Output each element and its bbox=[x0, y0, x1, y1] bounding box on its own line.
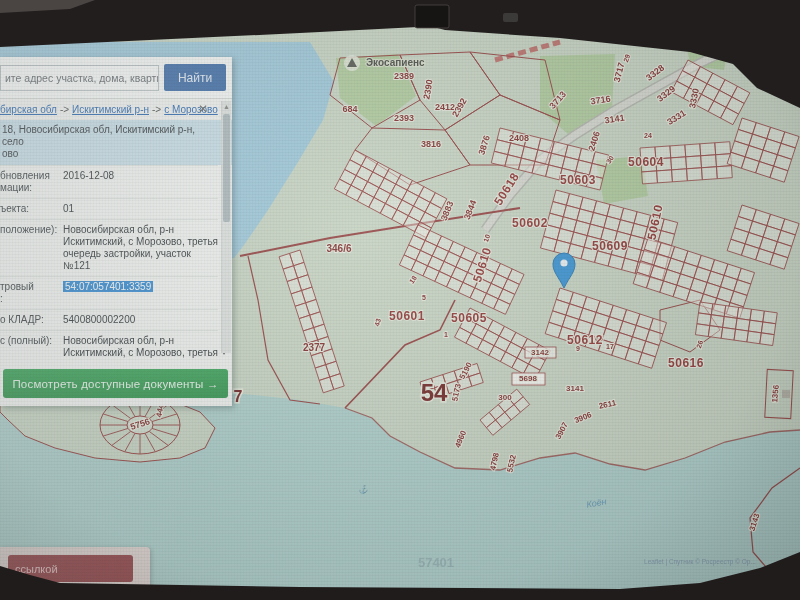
map-label: 3141 bbox=[566, 384, 584, 393]
scrollbar-thumb[interactable] bbox=[223, 114, 230, 222]
map-label: 300 bbox=[498, 393, 512, 402]
address-line: ово bbox=[2, 148, 208, 160]
map-label: 50616 bbox=[668, 356, 704, 370]
breadcrumb: бирская обл->Искитимский р-н->с Морозово… bbox=[0, 99, 232, 120]
field-label: тровый: bbox=[0, 281, 58, 305]
map-label: 2389 bbox=[394, 71, 414, 81]
field-row: о КЛАДР:5400800002200 bbox=[0, 309, 218, 330]
map-label: Leaflet | Спутник © Росреестр © Оp... bbox=[644, 558, 756, 566]
map-label: 7 bbox=[234, 388, 243, 405]
map-label: 2377 bbox=[303, 342, 326, 353]
browser-viewport: Экосапиенс238923906842412239223933816387… bbox=[0, 0, 800, 600]
scroll-up-icon[interactable]: ▲ bbox=[222, 101, 231, 112]
panel-scrollbar[interactable]: ▲ bbox=[221, 101, 231, 353]
field-row: тровый:54:07:057401:3359 bbox=[0, 276, 218, 309]
field-row: положение):Новосибирская обл, р-н Искити… bbox=[0, 219, 218, 276]
field-row: ъекта:01 bbox=[0, 198, 218, 219]
map-label: 50605 bbox=[451, 311, 487, 325]
field-label: о КЛАДР: bbox=[0, 314, 58, 326]
map-label: Экосапиенс bbox=[366, 57, 425, 68]
map-label: 2393 bbox=[394, 113, 414, 123]
breadcrumb-link[interactable]: Искитимский р-н bbox=[72, 104, 149, 115]
selected-cadastral-number[interactable]: 54:07:057401:3359 bbox=[63, 281, 153, 292]
share-link-button[interactable]: ссылкой bbox=[8, 555, 133, 582]
search-button[interactable]: Найти bbox=[164, 64, 226, 91]
address-line: 18, Новосибирская обл, Искитимский р-н, … bbox=[2, 124, 208, 148]
close-icon[interactable]: ✕ bbox=[198, 103, 208, 115]
map-label: 50603 bbox=[560, 173, 596, 187]
map-label: 24 bbox=[644, 132, 652, 139]
breadcrumb-link[interactable]: бирская обл bbox=[0, 104, 57, 115]
map-label: 346/6 bbox=[326, 243, 351, 254]
map-label: 1356 bbox=[770, 384, 781, 403]
field-value: 01 bbox=[58, 203, 218, 215]
poi-mountain-icon bbox=[344, 55, 360, 71]
view-documents-button[interactable]: Посмотреть доступные документы → bbox=[3, 369, 228, 398]
field-value: 5400800002200 bbox=[58, 314, 218, 326]
map-label: 50612 bbox=[567, 333, 603, 347]
map-label: 5 bbox=[422, 294, 426, 301]
map-label: 684 bbox=[342, 104, 357, 114]
map-label: 50601 bbox=[389, 309, 425, 323]
search-row: ите адрес участка, дома, квартир Найти bbox=[0, 57, 232, 99]
map-label: 54 bbox=[421, 379, 448, 406]
field-label: бновлениямации: bbox=[0, 170, 58, 194]
breadcrumb-separator: -> bbox=[60, 104, 69, 115]
field-value: 54:07:057401:3359 bbox=[58, 281, 218, 305]
map-label: 3142 bbox=[531, 348, 549, 357]
map-label: 50609 bbox=[592, 239, 628, 253]
field-row: бновлениямации:2016-12-08 bbox=[0, 165, 218, 198]
share-link-container: ссылкой bbox=[0, 547, 150, 591]
field-label: положение): bbox=[0, 224, 58, 272]
field-rows: бновлениямации:2016-12-08ъекта:01положен… bbox=[0, 165, 232, 363]
field-row: с (полный):Новосибирская обл, р-н Искити… bbox=[0, 330, 218, 363]
breadcrumb-separator: -> bbox=[152, 104, 161, 115]
search-input[interactable]: ите адрес участка, дома, квартир bbox=[0, 65, 159, 91]
address-highlight: 18, Новосибирская обл, Искитимский р-н, … bbox=[0, 120, 232, 165]
map-label: 5698 bbox=[519, 374, 537, 383]
map-label: 50604 bbox=[628, 155, 664, 169]
map-label: 2408 bbox=[509, 133, 529, 143]
field-label: ъекта: bbox=[0, 203, 58, 215]
parcel-info-panel: ите адрес участка, дома, квартир Найти б… bbox=[0, 57, 232, 406]
map-label: 3816 bbox=[421, 139, 441, 149]
map-label: 17 bbox=[606, 343, 614, 350]
laptop-screen-photo: Экосапиенс238923906842412239223933816387… bbox=[0, 0, 800, 600]
breadcrumb-link[interactable]: с Морозово bbox=[164, 104, 218, 115]
field-label: с (полный): bbox=[0, 335, 58, 359]
map-label: 57401 bbox=[418, 555, 454, 570]
field-value: 2016-12-08 bbox=[58, 170, 218, 194]
map-label: 50602 bbox=[512, 216, 548, 230]
building-footprint bbox=[782, 390, 790, 398]
map-label: 1 bbox=[444, 331, 448, 338]
field-value: Новосибирская обл, р-н Искитимский, с Мо… bbox=[58, 335, 218, 359]
field-value: Новосибирская обл, р-н Искитимский, с Мо… bbox=[58, 224, 218, 272]
